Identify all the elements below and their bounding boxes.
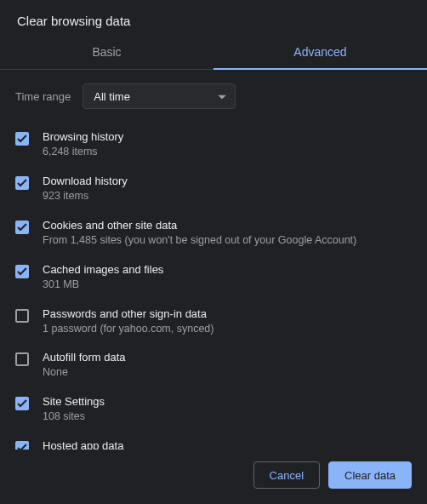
option-subtext: 301 MB: [43, 278, 163, 292]
options-list: Browsing history6,248 itemsDownload hist…: [12, 121, 415, 450]
option-text: Browsing history6,248 items: [43, 130, 123, 159]
option-checkbox[interactable]: [15, 441, 29, 450]
clear-data-button[interactable]: Clear data: [328, 461, 412, 489]
option-text: Cookies and other site dataFrom 1,485 si…: [43, 219, 356, 248]
option-label: Cookies and other site data: [43, 219, 356, 232]
option-text: Hosted app data3 apps (Desktop, formerly…: [43, 439, 362, 450]
option-checkbox[interactable]: [15, 309, 29, 323]
time-range-selected: All time: [94, 90, 130, 103]
option-subtext: From 1,485 sites (you won't be signed ou…: [43, 233, 356, 248]
cancel-button[interactable]: Cancel: [253, 461, 320, 489]
dialog-body: Time range All time Browsing history6,24…: [0, 70, 427, 450]
option-label: Browsing history: [43, 130, 123, 143]
option-row: Browsing history6,248 items: [12, 123, 415, 167]
time-range-select[interactable]: All time: [83, 83, 236, 109]
option-subtext: None: [43, 365, 126, 380]
option-checkbox[interactable]: [15, 397, 29, 410]
option-row: Passwords and other sign-in data1 passwo…: [12, 300, 415, 344]
option-label: Cached images and files: [43, 263, 163, 276]
option-subtext: 1 password (for yahoo.com, synced): [43, 322, 214, 336]
tabs: Basic Advanced: [0, 37, 427, 70]
option-text: Cached images and files301 MB: [43, 263, 163, 292]
option-row: Site Settings108 sites: [12, 387, 415, 432]
option-text: Autofill form dataNone: [43, 351, 126, 380]
option-row: Cached images and files301 MB: [12, 255, 415, 300]
option-checkbox[interactable]: [15, 352, 29, 366]
option-checkbox[interactable]: [15, 220, 29, 234]
dialog-footer: Cancel Clear data: [0, 450, 427, 504]
option-text: Download history923 items: [43, 175, 128, 203]
option-row: Cookies and other site dataFrom 1,485 si…: [12, 211, 415, 255]
time-range-row: Time range All time: [12, 70, 415, 121]
dialog-title: Clear browsing data: [0, 0, 427, 37]
option-label: Site Settings: [43, 395, 105, 408]
option-row: Autofill form dataNone: [12, 343, 415, 387]
time-range-label: Time range: [15, 90, 71, 103]
option-text: Passwords and other sign-in data1 passwo…: [43, 307, 214, 336]
option-label: Passwords and other sign-in data: [43, 307, 214, 320]
option-checkbox[interactable]: [15, 132, 29, 146]
option-checkbox[interactable]: [15, 265, 29, 278]
option-text: Site Settings108 sites: [43, 395, 105, 424]
option-subtext: 923 items: [43, 189, 128, 203]
option-label: Autofill form data: [43, 351, 126, 364]
option-row: Download history923 items: [12, 167, 415, 211]
option-label: Hosted app data: [43, 439, 362, 450]
tab-basic[interactable]: Basic: [0, 37, 214, 69]
option-subtext: 6,248 items: [43, 145, 123, 159]
chevron-down-icon: [218, 90, 226, 103]
option-subtext: 108 sites: [43, 410, 105, 424]
clear-browsing-data-dialog: Clear browsing data Basic Advanced Time …: [0, 0, 427, 504]
tab-advanced[interactable]: Advanced: [214, 37, 427, 69]
option-label: Download history: [43, 175, 128, 187]
option-checkbox[interactable]: [15, 176, 29, 190]
option-row: Hosted app data3 apps (Desktop, formerly…: [12, 432, 415, 450]
